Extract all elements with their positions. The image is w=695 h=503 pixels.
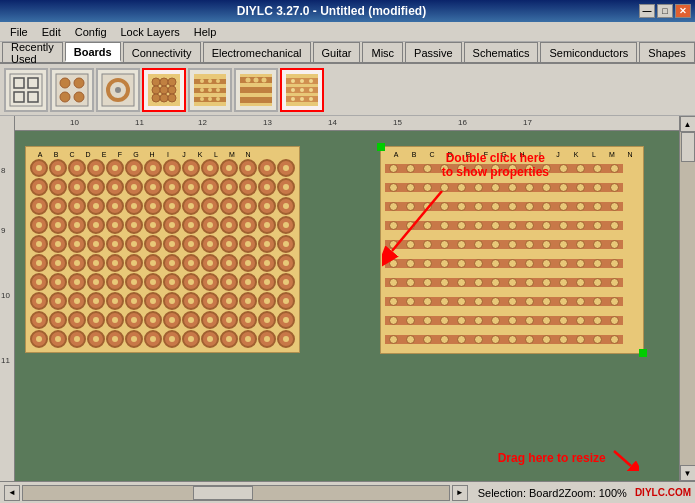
strip-hole: [593, 221, 602, 230]
board1-cell: [125, 235, 143, 253]
strip-hole: [423, 335, 432, 344]
board1-cell: [277, 273, 295, 291]
strip-hole: [542, 221, 551, 230]
tab-passive[interactable]: Passive: [405, 42, 462, 62]
strip-hole: [457, 202, 466, 211]
board1-cell: [239, 254, 257, 272]
tab-guitar[interactable]: Guitar: [313, 42, 361, 62]
strip-hole: [542, 259, 551, 268]
svg-rect-39: [240, 97, 272, 103]
strip-hole: [593, 183, 602, 192]
col-H: H: [144, 151, 160, 158]
board1-cell: [30, 216, 48, 234]
tab-misc[interactable]: Misc: [362, 42, 403, 62]
scroll-down-button[interactable]: ▼: [680, 465, 696, 481]
strip-hole: [525, 221, 534, 230]
scroll-thumb-h[interactable]: [193, 486, 253, 500]
board1-cell: [163, 197, 181, 215]
board1-cell: [144, 178, 162, 196]
scroll-right-button[interactable]: ►: [452, 485, 468, 501]
strip-hole: [508, 297, 517, 306]
tab-schematics[interactable]: Schematics: [464, 42, 539, 62]
board1-cell: [106, 273, 124, 291]
board1-cell: [106, 254, 124, 272]
scroll-thumb-v[interactable]: [681, 132, 695, 162]
svg-point-40: [246, 77, 251, 82]
menu-config[interactable]: Config: [69, 24, 113, 40]
board1-cell: [201, 235, 219, 253]
board1-cell: [239, 311, 257, 329]
strip-hole: [559, 278, 568, 287]
maximize-button[interactable]: □: [657, 4, 673, 18]
menu-edit[interactable]: Edit: [36, 24, 67, 40]
tool-button-4[interactable]: [142, 68, 186, 112]
tool-button-2[interactable]: [50, 68, 94, 112]
strip-hole: [508, 240, 517, 249]
tool-button-1[interactable]: [4, 68, 48, 112]
strip-hole: [491, 316, 500, 325]
tab-electromechanical[interactable]: Electromechanical: [203, 42, 311, 62]
tab-shapes[interactable]: Shapes: [639, 42, 694, 62]
ruler-left: 8 9 10 11: [0, 116, 15, 481]
board1-cell: [258, 178, 276, 196]
strip-hole: [610, 259, 619, 268]
tab-boards[interactable]: Boards: [65, 42, 121, 62]
svg-point-6: [60, 78, 70, 88]
board1-cell: [201, 330, 219, 348]
tab-semiconductors[interactable]: Semiconductors: [540, 42, 637, 62]
board1-cell: [163, 311, 181, 329]
svg-point-41: [254, 77, 259, 82]
canvas[interactable]: A B C D E F G H I J K L M N: [15, 131, 679, 481]
tool-button-3[interactable]: [96, 68, 140, 112]
strip-row: [385, 159, 639, 177]
svg-point-15: [160, 78, 168, 86]
strip-hole: [406, 183, 415, 192]
menu-help[interactable]: Help: [188, 24, 223, 40]
scrollbar-vertical[interactable]: ▲ ▼: [679, 116, 695, 481]
board1-cell: [182, 273, 200, 291]
strip-hole: [457, 316, 466, 325]
strip-hole: [389, 259, 398, 268]
scrollbar-horizontal[interactable]: [22, 485, 450, 501]
strip-hole: [406, 221, 415, 230]
svg-point-18: [160, 86, 168, 94]
scroll-left-button[interactable]: ◄: [4, 485, 20, 501]
tool-button-5[interactable]: [188, 68, 232, 112]
close-button[interactable]: ✕: [675, 4, 691, 18]
board1-cell: [258, 159, 276, 177]
menu-file[interactable]: File: [4, 24, 34, 40]
svg-point-22: [168, 94, 176, 102]
menu-lock-layers[interactable]: Lock Layers: [115, 24, 186, 40]
b2-col-A: A: [387, 151, 405, 158]
menu-bar: File Edit Config Lock Layers Help: [0, 22, 695, 42]
tab-connectivity[interactable]: Connectivity: [123, 42, 201, 62]
tab-recently-used[interactable]: Recently Used: [2, 42, 63, 62]
svg-point-9: [74, 92, 84, 102]
board1-cell: [106, 235, 124, 253]
board1-cell: [144, 159, 162, 177]
status-bar: ◄ ► Selection: Board2 Zoom: 100% DIYLC.C…: [0, 481, 695, 503]
svg-point-31: [208, 88, 212, 92]
strip-hole: [457, 240, 466, 249]
board1-cell: [30, 311, 48, 329]
board1-cell: [163, 292, 181, 310]
tool-button-6[interactable]: [234, 68, 278, 112]
b2-col-F: F: [477, 151, 495, 158]
ruler-mark-11: 11: [1, 356, 10, 365]
scroll-track-v[interactable]: [680, 132, 695, 465]
selection-handle-br[interactable]: [639, 349, 647, 357]
strip-hole: [610, 183, 619, 192]
selection-handle-tl[interactable]: [377, 143, 385, 151]
ruler-top: 10 11 12 13 14 15 16 17: [15, 116, 679, 131]
board2[interactable]: A B C D E F G H I J K L M N: [380, 146, 644, 354]
strip-hole: [440, 297, 449, 306]
scroll-up-button[interactable]: ▲: [680, 116, 696, 132]
board1[interactable]: A B C D E F G H I J K L M N: [25, 146, 300, 353]
board1-cell: [87, 216, 105, 234]
minimize-button[interactable]: —: [639, 4, 655, 18]
svg-point-49: [309, 79, 313, 83]
tool-button-7[interactable]: [280, 68, 324, 112]
board1-cell: [144, 197, 162, 215]
arrow-toolbar: [245, 131, 305, 143]
board1-cell: [201, 159, 219, 177]
